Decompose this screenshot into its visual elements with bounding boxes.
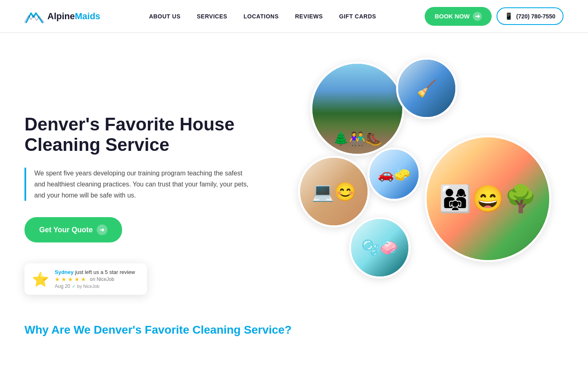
- book-now-button[interactable]: BOOK NOW ➜: [425, 7, 492, 26]
- nav-about[interactable]: ABOUT US: [149, 13, 180, 20]
- review-badge: ⭐ Sydney just left us a 5 star review ★ …: [24, 263, 147, 295]
- circle-happy-family: 👨‍👩‍👧😄🌳: [425, 135, 551, 262]
- star1: ★: [55, 276, 60, 283]
- review-platform: on NiceJob: [90, 276, 114, 282]
- star4: ★: [74, 276, 80, 283]
- logo-icon: [24, 8, 44, 25]
- review-content: Sydney just left us a 5 star review ★ ★ …: [55, 269, 140, 289]
- hero-circles-collage: 🌲👫🥾 🧹 💻😊 🚗🧽 🫧🧼: [286, 54, 580, 319]
- get-quote-button[interactable]: Get Your Quote ➜: [24, 217, 122, 242]
- hero-title: Denver's Favorite House Cleaning Service: [24, 114, 253, 155]
- phone-icon: 📱: [505, 12, 513, 20]
- circle-cleaning-car: 🚗🧽: [368, 148, 421, 201]
- star5: ★: [81, 276, 86, 283]
- why-title: Why Are We Denver's Favorite Cleaning Se…: [24, 323, 564, 337]
- nav-locations[interactable]: LOCATIONS: [244, 13, 279, 20]
- star3: ★: [68, 276, 73, 283]
- star2: ★: [61, 276, 67, 283]
- review-name: Sydney just left us a 5 star review: [55, 269, 140, 275]
- nav-giftcards[interactable]: GIFT CARDS: [339, 13, 376, 20]
- hero-body-text: We spent five years developing our train…: [34, 168, 253, 201]
- quote-arrow-icon: ➜: [97, 224, 107, 235]
- hero-content: Denver's Favorite House Cleaning Service…: [24, 114, 253, 243]
- hero-section: Denver's Favorite House Cleaning Service…: [0, 33, 588, 319]
- nav-services[interactable]: SERVICES: [197, 13, 227, 20]
- circle-woman-laptop: 💻😊: [298, 156, 370, 227]
- why-title-section: Why Are We Denver's Favorite Cleaning Se…: [0, 319, 588, 337]
- book-now-arrow-icon: ➜: [473, 12, 482, 21]
- verified-check-icon: ✓: [72, 284, 76, 289]
- main-nav: ABOUT US SERVICES LOCATIONS REVIEWS GIFT…: [149, 13, 376, 20]
- star-icon: ⭐: [32, 271, 49, 287]
- circle-hikers: 🌲👫🥾: [310, 62, 404, 156]
- circle-cleaner-pro: 🧹: [396, 58, 457, 119]
- circle-indoor-cleaner: 🫧🧼: [349, 217, 410, 278]
- nav-reviews[interactable]: REVIEWS: [295, 13, 323, 20]
- header-actions: BOOK NOW ➜ 📱 (720) 780-7550: [425, 7, 564, 26]
- logo[interactable]: AlpineMaids: [24, 8, 100, 25]
- review-date: Aug 20 ✓ by NiceJob: [55, 283, 140, 289]
- site-header: AlpineMaids ABOUT US SERVICES LOCATIONS …: [0, 0, 588, 33]
- review-stars: ★ ★ ★ ★ ★ on NiceJob: [55, 276, 140, 283]
- phone-button[interactable]: 📱 (720) 780-7550: [497, 7, 564, 25]
- hero-quote-block: We spent five years developing our train…: [24, 168, 253, 201]
- logo-text: AlpineMaids: [47, 11, 100, 22]
